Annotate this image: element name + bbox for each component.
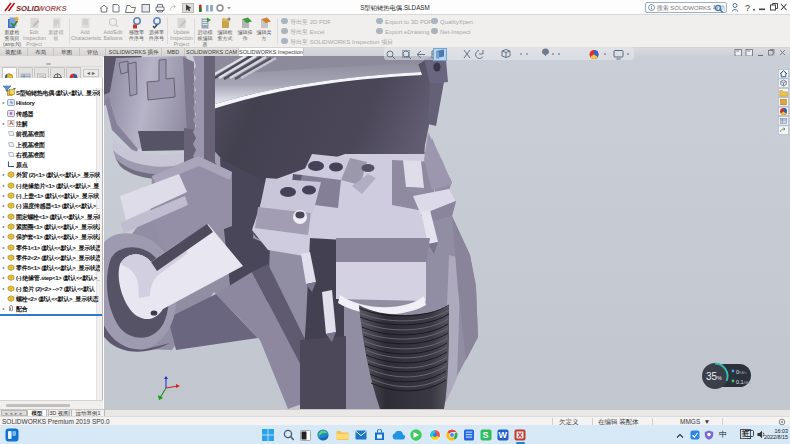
svg-text:S: S [483,430,489,440]
svg-text:?: ? [745,3,750,13]
svg-text:A: A [9,120,13,126]
svg-text:SOLID: SOLID [16,4,40,13]
svg-text:WORKS: WORKS [38,4,67,13]
svg-text:W: W [499,430,508,440]
